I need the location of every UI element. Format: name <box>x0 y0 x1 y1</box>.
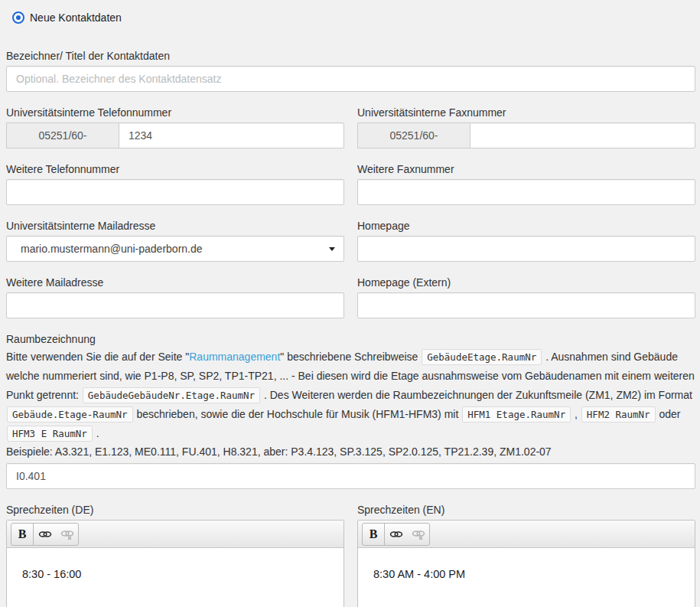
editor-toolbar: B <box>358 521 695 548</box>
unlink-icon <box>412 528 425 540</box>
radio-label: Neue Kontaktdaten <box>30 11 122 24</box>
contact-form: Neue Kontaktdaten Bezeichner/ Titel der … <box>0 0 700 607</box>
bezeichner-label: Bezeichner/ Titel der Kontaktdaten <box>6 50 695 63</box>
unlink-icon <box>60 528 74 540</box>
sprechzeiten-en-editor: B <box>357 520 695 607</box>
tel-weitere-input[interactable] <box>6 179 344 205</box>
tel-intern-input[interactable] <box>119 122 344 148</box>
bold-button[interactable]: B <box>11 524 34 545</box>
sprechzeiten-de-content[interactable]: 8:30 - 16:00 <box>7 548 343 607</box>
raummanagement-link[interactable]: Raummanagement <box>189 351 280 363</box>
code-snippet: Gebäude.Etage-RaumNr <box>7 406 133 423</box>
help-text-segment: . Des Weiteren werden die Raumbezeichnun… <box>261 389 692 401</box>
tel-prefix-addon: 05251/60- <box>6 122 119 148</box>
fax-weitere-label: Weitere Faxnummer <box>357 163 695 176</box>
tel-weitere-label: Weitere Telefonnummer <box>6 163 344 176</box>
help-text-segment: Bitte verwenden Sie die auf der Seite " <box>6 351 189 363</box>
raum-examples: Beispiele: A3.321, E1.123, ME0.111, FU.4… <box>6 445 695 459</box>
sprechzeiten-de-label: Sprechzeiten (DE) <box>6 504 344 517</box>
raum-label: Raumbezeichnung <box>6 333 695 346</box>
unlink-button <box>407 524 429 545</box>
help-text-segment: " beschriebene Schreibweise <box>280 351 421 363</box>
mail-intern-label: Universitätsinterne Mailadresse <box>6 220 344 233</box>
code-snippet: HFM1 Etage.RaumNr <box>462 406 571 423</box>
tel-intern-label: Universitätsinterne Telefonnummer <box>6 106 344 119</box>
bezeichner-input[interactable] <box>6 66 695 92</box>
dropdown-caret-icon <box>329 247 335 251</box>
homepage-input[interactable] <box>357 236 695 262</box>
homepage-extern-label: Homepage (Extern) <box>357 276 695 289</box>
link-button[interactable] <box>34 524 56 545</box>
code-snippet: HFM2 RaumNr <box>581 406 656 423</box>
raum-input[interactable] <box>6 463 695 489</box>
mail-select-value: mario.mustermann@uni-paderborn.de <box>21 243 203 255</box>
mail-weitere-input[interactable] <box>6 292 344 318</box>
bold-button[interactable]: B <box>363 524 385 545</box>
homepage-extern-input[interactable] <box>357 292 695 318</box>
help-text-segment: . <box>93 427 99 439</box>
help-text-segment: oder <box>656 408 681 420</box>
link-button[interactable] <box>385 524 407 545</box>
homepage-label: Homepage <box>357 220 695 233</box>
unlink-button <box>56 524 78 545</box>
mail-weitere-label: Weitere Mailadresse <box>6 276 344 289</box>
radio-row-neue-kontaktdaten: Neue Kontaktdaten <box>12 11 695 24</box>
editor-toolbar: B <box>7 521 343 548</box>
fax-prefix-addon: 05251/60- <box>357 122 470 148</box>
fax-intern-input[interactable] <box>470 122 695 148</box>
sprechzeiten-en-content[interactable]: 8:30 AM - 4:00 PM <box>358 548 695 607</box>
help-text-segment: , <box>571 408 581 420</box>
fax-intern-label: Universitätsinterne Faxnummer <box>357 106 695 119</box>
code-snippet: GebäudeGebäudeNr.Etage.RaumNr <box>83 387 260 403</box>
link-icon <box>38 528 52 540</box>
raum-help-text: Bitte verwenden Sie die auf der Seite "R… <box>6 348 695 443</box>
radio-button-neue-kontaktdaten[interactable] <box>12 11 24 24</box>
link-icon <box>389 528 403 540</box>
code-snippet: HFM3 E RaumNr <box>7 426 93 442</box>
help-text-segment: beschrieben, sowie die der Hochschule fü… <box>134 408 462 420</box>
sprechzeiten-de-editor: B <box>6 520 344 607</box>
fax-weitere-input[interactable] <box>357 179 695 205</box>
sprechzeiten-en-label: Sprechzeiten (EN) <box>357 504 695 517</box>
mail-select[interactable]: mario.mustermann@uni-paderborn.de <box>6 236 344 262</box>
code-snippet: GebäudeEtage.RaumNr <box>422 349 542 365</box>
